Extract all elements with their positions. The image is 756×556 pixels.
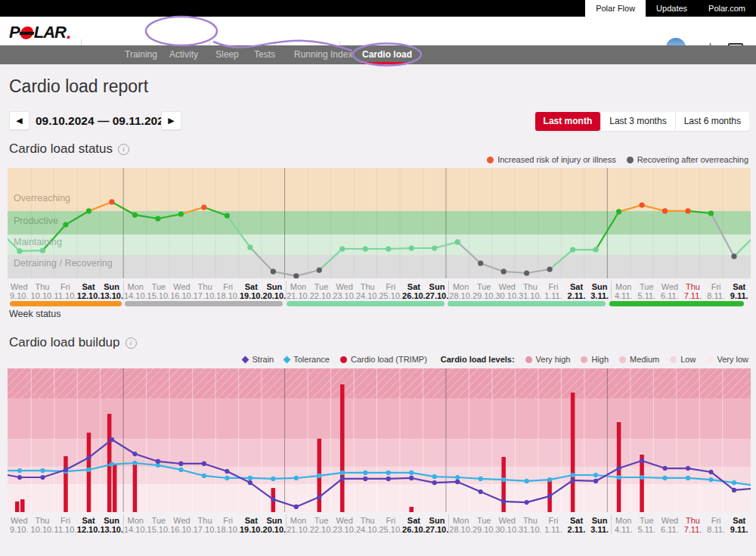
subnav-item-sleep[interactable]: Sleep bbox=[215, 45, 239, 64]
topbar-tabs: Polar FlowUpdatesPolar.com bbox=[585, 0, 756, 17]
axis-day-10-10-: Thu10.10. bbox=[31, 514, 54, 534]
topbar-tab-updates[interactable]: Updates bbox=[646, 0, 698, 17]
prev-period-button[interactable]: ◀ bbox=[9, 111, 29, 130]
axis-day-name: Tue bbox=[635, 283, 658, 291]
cardio-load-status-chart[interactable]: OverreachingProductiveMaintainingDetrain… bbox=[8, 168, 751, 278]
axis-day-name: Tue bbox=[310, 283, 333, 291]
axis-day-date: 21.10. bbox=[287, 526, 310, 534]
diamond-marker-icon bbox=[242, 356, 249, 363]
axis-day-date: 15.10. bbox=[147, 526, 171, 534]
range-button-group: Last monthLast 3 monthsLast 6 months bbox=[535, 112, 749, 131]
cardio-load-buildup-chart[interactable] bbox=[8, 368, 751, 512]
axis-day-date: 16.10. bbox=[170, 292, 194, 300]
axis-day-name: Fri bbox=[542, 283, 565, 291]
axis-day-30-10-: Wed30.10. bbox=[495, 514, 519, 534]
buildup-chart-x-axis: Wed9.10.Thu10.10.Fri11.10.Sat12.10.Sun13… bbox=[8, 514, 751, 534]
axis-day-7-11-: Thu7.11. bbox=[681, 514, 705, 534]
axis-day-20-10-: Sun20.10. bbox=[263, 514, 287, 534]
week-status-segment bbox=[10, 301, 122, 306]
status-section-header: Cardio load status i bbox=[9, 141, 129, 157]
range-button-last-3-months[interactable]: Last 3 months bbox=[600, 112, 674, 131]
axis-day-9-11-: Sat9.11. bbox=[727, 514, 751, 534]
topbar-tab-polar-com[interactable]: Polar.com bbox=[698, 0, 756, 17]
axis-day-date: 11.10. bbox=[54, 292, 77, 300]
circle-marker-icon bbox=[706, 356, 713, 363]
buildup-legend-series: Tolerance bbox=[284, 355, 330, 364]
legend-label: Increased risk of injury or illness bbox=[497, 155, 616, 164]
axis-day-25-10-: Fri25.10. bbox=[380, 281, 403, 300]
logo-letters-lar: LAR bbox=[34, 23, 66, 42]
circle-marker-icon bbox=[581, 356, 587, 363]
next-period-button[interactable]: ▶ bbox=[161, 111, 181, 130]
legend-label: Strain bbox=[252, 355, 274, 364]
range-button-last-6-months[interactable]: Last 6 months bbox=[675, 112, 749, 131]
axis-day-25-10-: Fri25.10. bbox=[380, 514, 403, 534]
axis-day-26-10-: Sat26.10. bbox=[402, 514, 426, 534]
status-legend-item: Recovering after overreaching bbox=[627, 155, 748, 164]
axis-day-name: Sun bbox=[426, 517, 449, 525]
axis-day-date: 28.10. bbox=[449, 292, 472, 300]
axis-day-name: Tue bbox=[147, 283, 171, 291]
reports-sub-nav: TrainingActivitySleepTestsRunning IndexC… bbox=[0, 45, 756, 64]
axis-day-18-10-: Fri18.10. bbox=[216, 281, 240, 300]
info-icon[interactable]: i bbox=[125, 337, 137, 349]
axis-day-date: 2.11. bbox=[565, 526, 588, 534]
axis-day-name: Sun bbox=[588, 283, 612, 291]
axis-day-name: Fri bbox=[216, 283, 240, 291]
axis-day-name: Wed bbox=[495, 517, 519, 525]
axis-day-date: 22.10. bbox=[310, 526, 333, 534]
axis-day-date: 12.10. bbox=[77, 526, 101, 534]
axis-day-22-10-: Tue22.10. bbox=[310, 281, 333, 300]
subnav-item-training[interactable]: Training bbox=[125, 45, 157, 64]
axis-day-name: Tue bbox=[310, 517, 333, 525]
axis-day-name: Fri bbox=[380, 517, 403, 525]
axis-day-name: Mon bbox=[287, 283, 310, 291]
range-button-last-month[interactable]: Last month bbox=[535, 112, 601, 131]
week-status-segment bbox=[609, 301, 744, 306]
subnav-item-running-index[interactable]: Running Index bbox=[294, 45, 352, 64]
axis-day-date: 21.10. bbox=[287, 292, 310, 300]
axis-day-name: Fri bbox=[705, 283, 728, 291]
axis-day-31-10-: Thu31.10. bbox=[519, 514, 542, 534]
info-icon[interactable]: i bbox=[118, 144, 129, 155]
axis-day-11-10-: Fri11.10. bbox=[54, 281, 77, 300]
axis-day-2-11-: Sat2.11. bbox=[565, 514, 588, 534]
axis-day-12-10-: Sat12.10. bbox=[77, 514, 101, 534]
axis-day-date: 23.10. bbox=[333, 292, 356, 300]
axis-day-date: 19.10. bbox=[240, 292, 263, 300]
cardio-load-report-page: Polar FlowUpdatesPolar.com PLAR. FLOW DI… bbox=[0, 0, 756, 556]
axis-day-date: 4.11. bbox=[612, 526, 635, 534]
axis-day-5-11-: Tue5.11. bbox=[635, 281, 658, 300]
arrow-right-icon: ▶ bbox=[168, 116, 174, 126]
polar-logo[interactable]: PLAR. bbox=[9, 22, 71, 43]
buildup-section-header: Cardio load buildup i bbox=[9, 335, 137, 350]
axis-day-name: Mon bbox=[449, 517, 472, 525]
axis-day-date: 8.11. bbox=[705, 526, 728, 534]
diamond-marker-icon bbox=[284, 356, 291, 363]
axis-day-name: Fri bbox=[705, 517, 728, 525]
topbar-tab-polar-flow[interactable]: Polar Flow bbox=[585, 0, 646, 17]
axis-day-date: 12.10. bbox=[77, 292, 101, 300]
axis-day-name: Sun bbox=[100, 283, 123, 291]
buildup-section-title: Cardio load buildup bbox=[9, 335, 120, 350]
axis-day-name: Mon bbox=[124, 517, 147, 525]
axis-day-17-10-: Thu17.10. bbox=[194, 514, 217, 534]
axis-day-date: 27.10. bbox=[426, 526, 449, 534]
axis-day-date: 7.11. bbox=[681, 526, 705, 534]
axis-day-8-11-: Fri8.11. bbox=[705, 514, 728, 534]
axis-day-date: 25.10. bbox=[380, 526, 403, 534]
axis-day-date: 3.11. bbox=[588, 292, 612, 300]
subnav-item-tests[interactable]: Tests bbox=[254, 45, 275, 64]
axis-day-18-10-: Fri18.10. bbox=[216, 514, 240, 534]
buildup-legend-series: Cardio load (TRIMP) bbox=[340, 355, 427, 364]
status-legend: Increased risk of injury or illnessRecov… bbox=[487, 155, 748, 164]
axis-day-13-10-: Sun13.10. bbox=[100, 514, 123, 534]
axis-day-date: 25.10. bbox=[380, 292, 403, 300]
axis-day-date: 17.10. bbox=[194, 292, 217, 300]
axis-day-name: Tue bbox=[147, 517, 171, 525]
legend-label: Very high bbox=[536, 355, 571, 364]
subnav-item-activity[interactable]: Activity bbox=[169, 45, 198, 64]
date-range: 09.10.2024 — 09.11.2024 bbox=[36, 114, 170, 128]
axis-day-24-10-: Thu24.10. bbox=[356, 514, 380, 534]
cardio-load-levels-label: Cardio load levels: bbox=[441, 355, 515, 364]
